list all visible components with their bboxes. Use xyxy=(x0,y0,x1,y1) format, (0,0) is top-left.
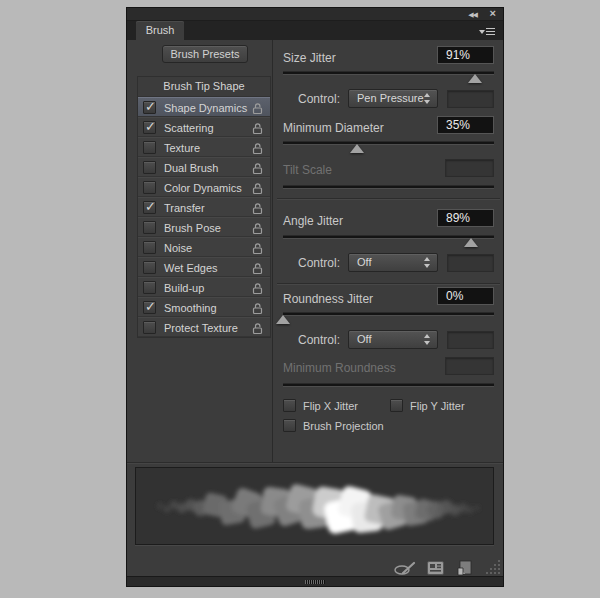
item-checkbox[interactable] xyxy=(143,201,156,214)
angle-control-dropdown[interactable]: Off xyxy=(348,253,438,272)
minimum-diameter-label: Minimum Diameter xyxy=(283,119,384,137)
list-item[interactable]: Color Dynamics xyxy=(138,177,270,197)
list-item-label: Shape Dynamics xyxy=(164,98,247,118)
brush-panel: ◀◀ × Brush Brush Presets Brush Tip Shape… xyxy=(127,8,503,586)
dropdown-value: Off xyxy=(357,333,371,345)
panel-titlebar[interactable]: ◀◀ × xyxy=(127,8,503,21)
panel-tabbar: Brush xyxy=(127,21,503,40)
panel-resize-handle[interactable] xyxy=(305,580,325,584)
unlock-icon[interactable] xyxy=(251,161,264,175)
list-item[interactable]: Dual Brush xyxy=(138,157,270,177)
flip-x-checkbox[interactable] xyxy=(283,399,296,412)
list-item[interactable]: Build-up xyxy=(138,277,270,297)
item-checkbox[interactable] xyxy=(143,241,156,254)
brush-projection-checkbox[interactable] xyxy=(283,419,296,432)
item-checkbox[interactable] xyxy=(143,181,156,194)
minimum-roundness-label: Minimum Roundness xyxy=(283,359,396,377)
flip-y-checkbox[interactable] xyxy=(390,399,403,412)
brush-presets-button[interactable]: Brush Presets xyxy=(162,45,248,63)
slider-thumb[interactable] xyxy=(350,144,364,153)
angle-jitter-field[interactable]: 89% xyxy=(437,209,494,227)
item-checkbox[interactable] xyxy=(143,141,156,154)
unlock-icon[interactable] xyxy=(251,121,264,135)
unlock-icon[interactable] xyxy=(251,261,264,275)
unlock-icon[interactable] xyxy=(251,101,264,115)
slider-thumb[interactable] xyxy=(468,74,482,83)
brush-tip-shape-item[interactable]: Brush Tip Shape xyxy=(138,77,270,97)
size-control-dropdown[interactable]: Pen Pressure xyxy=(348,89,438,108)
item-checkbox[interactable] xyxy=(143,121,156,134)
item-checkbox[interactable] xyxy=(143,261,156,274)
list-item[interactable]: Wet Edges xyxy=(138,257,270,277)
list-rows: Shape Dynamics Scattering Texture xyxy=(138,97,270,337)
unlock-icon[interactable] xyxy=(251,181,264,195)
list-item[interactable]: Smoothing xyxy=(138,297,270,317)
size-jitter-label: Size Jitter xyxy=(283,49,336,67)
list-item-label: Color Dynamics xyxy=(164,178,242,198)
updown-arrows-icon xyxy=(424,257,431,268)
size-jitter-slider[interactable] xyxy=(283,71,494,75)
slider-thumb[interactable] xyxy=(464,238,478,247)
roundness-control-disabled-field xyxy=(447,331,494,349)
updown-arrows-icon xyxy=(424,93,431,104)
minimum-roundness-disabled-field xyxy=(445,357,494,375)
list-item[interactable]: Scattering xyxy=(138,117,270,137)
list-item-label: Smoothing xyxy=(164,298,217,318)
list-item[interactable]: Noise xyxy=(138,237,270,257)
tab-brush[interactable]: Brush xyxy=(136,21,184,40)
panel-bottom-frame xyxy=(127,576,503,586)
item-checkbox[interactable] xyxy=(143,161,156,174)
list-item-label: Protect Texture xyxy=(164,318,238,338)
item-checkbox[interactable] xyxy=(143,321,156,334)
list-item[interactable]: Brush Pose xyxy=(138,217,270,237)
unlock-icon[interactable] xyxy=(251,281,264,295)
menu-lines-icon xyxy=(486,28,495,29)
item-checkbox[interactable] xyxy=(143,301,156,314)
preview-separator xyxy=(127,462,503,463)
unlock-icon[interactable] xyxy=(251,141,264,155)
dropdown-value: Pen Pressure xyxy=(357,92,424,104)
roundness-jitter-field[interactable]: 0% xyxy=(437,287,494,305)
list-item-label: Build-up xyxy=(164,278,204,298)
tilt-scale-label: Tilt Scale xyxy=(283,161,332,179)
unlock-icon[interactable] xyxy=(251,201,264,215)
list-item[interactable]: Texture xyxy=(138,137,270,157)
angle-control-disabled-field xyxy=(447,254,494,272)
minimum-diameter-slider[interactable] xyxy=(283,141,494,145)
list-item[interactable]: Protect Texture xyxy=(138,317,270,337)
minimum-diameter-field[interactable]: 35% xyxy=(437,116,494,134)
roundness-control-dropdown[interactable]: Off xyxy=(348,330,438,349)
list-item[interactable]: Transfer xyxy=(138,197,270,217)
brush-options-list: Brush Tip Shape Shape Dynamics Scatterin… xyxy=(137,76,271,338)
resize-grip-icon[interactable] xyxy=(486,560,501,575)
column-divider xyxy=(272,40,273,462)
section-separator xyxy=(277,198,500,199)
list-item-label: Noise xyxy=(164,238,192,258)
tilt-scale-slider-disabled xyxy=(283,185,494,189)
unlock-icon[interactable] xyxy=(251,301,264,315)
size-control-disabled-field xyxy=(447,90,494,108)
control2-label: Control: xyxy=(277,254,340,272)
item-checkbox[interactable] xyxy=(143,281,156,294)
list-item-label: Transfer xyxy=(164,198,205,218)
collapse-to-icons-icon[interactable]: ◀◀ xyxy=(468,9,477,20)
list-item-label: Texture xyxy=(164,138,200,158)
unlock-icon[interactable] xyxy=(251,321,264,335)
unlock-icon[interactable] xyxy=(251,221,264,235)
unlock-icon[interactable] xyxy=(251,241,264,255)
list-item[interactable]: Shape Dynamics xyxy=(138,97,270,117)
brush-projection-label: Brush Projection xyxy=(303,419,384,433)
close-icon[interactable]: × xyxy=(490,7,496,20)
roundness-jitter-slider[interactable] xyxy=(283,312,494,316)
angle-jitter-slider[interactable] xyxy=(283,235,494,239)
list-item-label: Scattering xyxy=(164,118,214,138)
size-jitter-field[interactable]: 91% xyxy=(437,46,494,64)
flip-x-label: Flip X Jitter xyxy=(303,399,358,413)
panel-menu-icon[interactable] xyxy=(479,27,495,36)
list-item-label: Wet Edges xyxy=(164,258,218,278)
control1-label: Control: xyxy=(277,90,340,108)
item-checkbox[interactable] xyxy=(143,221,156,234)
item-checkbox[interactable] xyxy=(143,101,156,114)
angle-jitter-label: Angle Jitter xyxy=(283,212,343,230)
slider-thumb[interactable] xyxy=(276,315,290,324)
